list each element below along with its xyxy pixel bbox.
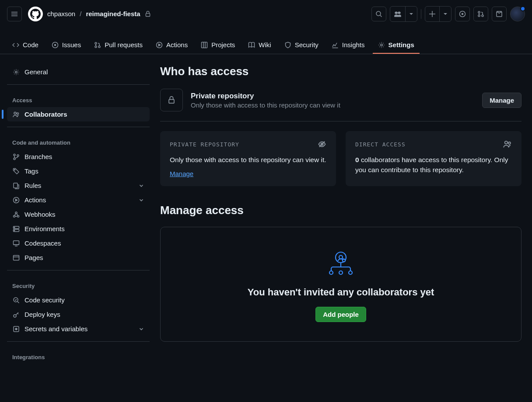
empty-state-title: You haven't invited any collaborators ye…: [248, 287, 434, 298]
sidebar-item-deploy-keys[interactable]: Deploy keys: [7, 307, 150, 322]
tab-insights[interactable]: Insights: [326, 37, 370, 54]
github-logo[interactable]: [28, 7, 43, 21]
svg-point-3: [478, 11, 480, 13]
search-button[interactable]: [371, 7, 386, 21]
card-label: DIRECT ACCESS: [355, 141, 406, 148]
sidebar-divider: [7, 84, 150, 85]
browser-icon: [12, 254, 20, 261]
chevron-down-icon: [138, 197, 144, 203]
inbox-button[interactable]: [492, 7, 507, 21]
sidebar-item-general[interactable]: General: [7, 65, 150, 79]
inbox-icon: [496, 10, 503, 17]
tab-pull-requests[interactable]: Pull requests: [89, 37, 148, 54]
sidebar-item-tags[interactable]: Tags: [7, 164, 150, 178]
tag-icon: [12, 168, 20, 175]
tab-label: Pull requests: [105, 41, 143, 49]
access-cards: PRIVATE REPOSITORY Only those with acces…: [160, 131, 522, 186]
svg-point-7: [54, 44, 56, 45]
svg-point-39: [339, 256, 343, 259]
svg-rect-21: [14, 183, 18, 188]
svg-point-42: [339, 271, 343, 274]
add-people-button[interactable]: Add people: [315, 307, 366, 322]
tab-security[interactable]: Security: [279, 37, 324, 54]
svg-rect-30: [14, 241, 19, 245]
sidebar-item-label: Webhooks: [24, 211, 56, 218]
sidebar-item-label: Branches: [24, 153, 52, 160]
sidebar-item-codespaces[interactable]: Codespaces: [7, 236, 150, 250]
svg-rect-31: [14, 255, 19, 260]
pulls-shortcut-button[interactable]: [473, 7, 488, 21]
tab-issues[interactable]: Issues: [46, 37, 86, 54]
codespaces-icon: [12, 240, 20, 247]
breadcrumb: chpaxson / reimagined-fiesta: [47, 10, 151, 17]
user-avatar[interactable]: [510, 7, 525, 21]
sidebar-item-code-security[interactable]: Code security: [7, 293, 150, 307]
card-body: Only those with access to this repositor…: [170, 155, 326, 165]
sidebar-item-actions[interactable]: Actions: [7, 193, 150, 207]
book-icon: [248, 42, 255, 49]
add-dropdown[interactable]: [439, 7, 451, 21]
copilot-dropdown[interactable]: [405, 7, 417, 21]
svg-point-28: [14, 227, 15, 228]
sidebar-item-environments[interactable]: Environments: [7, 222, 150, 236]
lock-square-icon: [160, 89, 183, 111]
tab-projects[interactable]: Projects: [196, 37, 240, 54]
tab-label: Settings: [388, 41, 414, 49]
manage-visibility-button[interactable]: Manage: [482, 93, 522, 108]
sidebar-item-collaborators[interactable]: Collaborators: [7, 107, 150, 121]
manage-access-title: Manage access: [160, 204, 522, 217]
breadcrumb-separator: /: [80, 10, 81, 17]
graph-icon: [332, 42, 339, 49]
svg-point-19: [17, 155, 19, 156]
sidebar-item-label: Rules: [24, 182, 41, 189]
eye-closed-icon: [318, 140, 326, 149]
git-pull-request-icon: [94, 42, 101, 49]
tab-actions[interactable]: Actions: [150, 37, 193, 54]
sidebar-item-label: Environments: [24, 225, 65, 232]
hamburger-button[interactable]: [7, 7, 22, 21]
copilot-button[interactable]: [390, 7, 405, 21]
access-subtitle: Only those with access to this repositor…: [191, 101, 474, 109]
notification-dot-icon: [520, 6, 525, 11]
svg-point-5: [482, 15, 483, 17]
search-icon: [375, 10, 382, 17]
svg-point-8: [95, 42, 97, 44]
tab-label: Actions: [166, 41, 188, 49]
access-summary-row: Private repository Only those with acces…: [160, 86, 522, 121]
tab-label: Insights: [342, 41, 365, 49]
svg-point-18: [14, 158, 15, 159]
breadcrumb-owner[interactable]: chpaxson: [47, 10, 75, 17]
tab-label: Issues: [62, 41, 81, 49]
sidebar-item-branches[interactable]: Branches: [7, 149, 150, 164]
sidebar-divider: [7, 341, 150, 342]
git-pull-request-icon: [477, 10, 484, 17]
sidebar-item-pages[interactable]: Pages: [7, 250, 150, 265]
tab-wiki[interactable]: Wiki: [243, 37, 276, 54]
git-branch-icon: [12, 153, 20, 160]
tab-settings[interactable]: Settings: [373, 37, 420, 54]
sidebar-item-webhooks[interactable]: Webhooks: [7, 207, 150, 222]
sidebar-item-label: Collaborators: [24, 111, 67, 118]
card-body-text: collaborators have access to this reposi…: [355, 156, 508, 173]
add-button[interactable]: [425, 7, 439, 21]
copilot-icon: [394, 10, 402, 18]
page-body: General Access Collaborators Code and au…: [0, 54, 532, 364]
asterisk-icon: [12, 326, 20, 333]
card-direct-access: DIRECT ACCESS 0 collaborators have acces…: [346, 131, 522, 186]
sidebar-item-label: General: [24, 68, 48, 76]
card-manage-link[interactable]: Manage: [170, 170, 193, 177]
sidebar-section-integrations: Integrations: [7, 347, 150, 364]
sidebar-item-rules[interactable]: Rules: [7, 178, 150, 193]
svg-point-2: [462, 13, 463, 14]
github-mark-icon: [30, 9, 41, 19]
chevron-down-icon: [138, 183, 144, 189]
collaborator-count: 0: [355, 156, 359, 163]
divider-icon: [421, 9, 421, 19]
sidebar-item-secrets[interactable]: Secrets and variables: [7, 322, 150, 336]
main-content: Who has access Private repository Only t…: [160, 65, 522, 364]
svg-point-16: [17, 113, 19, 114]
tab-code[interactable]: Code: [7, 37, 44, 54]
issues-shortcut-button[interactable]: [455, 7, 470, 21]
people-icon: [503, 140, 512, 149]
breadcrumb-repo[interactable]: reimagined-fiesta: [86, 10, 140, 17]
